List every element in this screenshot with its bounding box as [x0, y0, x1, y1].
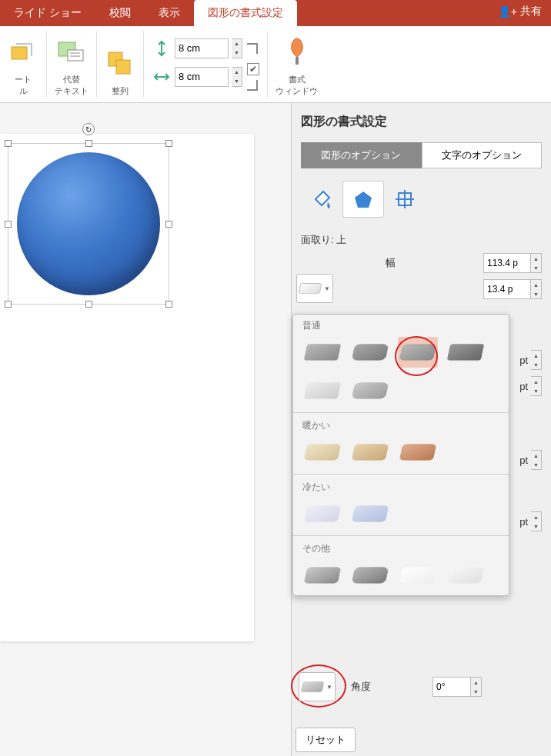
- width-input[interactable]: [175, 67, 229, 87]
- bracket-icon: [247, 43, 258, 54]
- tab-shape-format[interactable]: 図形の書式設定: [194, 0, 297, 26]
- alt-text-icon: [56, 34, 87, 71]
- tab-shape-options[interactable]: 図形のオプション: [301, 142, 422, 168]
- ribbon-toolbar: ート ル 代替 テキスト 整列 ▲▼ ▲▼ ✔: [0, 26, 551, 103]
- arrange-icon: [105, 45, 135, 82]
- bevel-preset-cool-1[interactable]: [302, 498, 342, 529]
- reset-button[interactable]: リセット: [296, 728, 356, 752]
- tab-effects[interactable]: [342, 181, 384, 218]
- size-props-icon: [394, 188, 416, 210]
- popup-section-cool: 冷たい: [302, 481, 499, 494]
- bevel-preset-normal-2[interactable]: [350, 337, 390, 368]
- angle-input[interactable]: [432, 677, 471, 697]
- group-arrange[interactable]: 整列: [97, 31, 144, 98]
- height-spinner[interactable]: ▲▼: [232, 38, 242, 58]
- bevel-preset-warm-1[interactable]: [302, 437, 342, 468]
- bracket-icon: [247, 80, 258, 91]
- popup-section-normal: 普通: [302, 319, 499, 332]
- sphere-shape[interactable]: [17, 152, 160, 295]
- group-wordart[interactable]: ート ル: [0, 31, 47, 98]
- bevel-preset-normal-3[interactable]: [398, 337, 438, 368]
- resize-handle-sw[interactable]: [5, 301, 12, 308]
- material-preset-area: ▼ 角度 ▲▼: [299, 672, 482, 701]
- chevron-down-icon: ▼: [324, 285, 330, 292]
- unit-pt: pt: [519, 381, 528, 392]
- group-format-window[interactable]: 書式 ウィンドウ: [268, 31, 326, 98]
- width-icon: [152, 68, 172, 85]
- pentagon-icon: [353, 189, 373, 209]
- chevron-down-icon: ▼: [326, 684, 332, 691]
- bevel-width-input[interactable]: [483, 253, 531, 273]
- tab-view[interactable]: 表示: [145, 0, 194, 26]
- bevel-preset-cool-2[interactable]: [350, 498, 390, 529]
- bevel-preset-warm-2[interactable]: [350, 437, 390, 468]
- share-label: 共有: [520, 5, 542, 18]
- bevel-width-spinner[interactable]: ▲▼: [531, 253, 542, 273]
- bevel-top-preset-button[interactable]: ▼: [296, 274, 333, 303]
- section-bevel-top: 面取り: 上: [301, 233, 542, 247]
- bevel-preset-normal-4[interactable]: [446, 337, 486, 368]
- canvas-area[interactable]: ↻: [0, 103, 291, 756]
- bevel-preset-popup: 普通 暖かい 冷たい その他: [292, 314, 509, 596]
- resize-handle-e[interactable]: [165, 221, 172, 228]
- resize-handle-ne[interactable]: [165, 140, 172, 147]
- height-icon: [152, 40, 172, 57]
- slide[interactable]: ↻: [0, 134, 254, 641]
- bevel-preset-other-4[interactable]: [446, 560, 486, 591]
- svg-marker-10: [355, 191, 372, 208]
- tab-slideshow[interactable]: ライド ショー: [0, 0, 95, 26]
- option-tabs: 図形のオプション 文字のオプション: [301, 142, 542, 168]
- arrange-label: 整列: [112, 85, 129, 96]
- rotate-handle[interactable]: ↻: [82, 123, 95, 135]
- pane-title: 図形の書式設定: [301, 114, 542, 130]
- material-preset-button[interactable]: ▼: [299, 672, 336, 701]
- spinner[interactable]: ▲▼: [531, 511, 542, 531]
- bevel-preset-normal-1[interactable]: [302, 337, 342, 368]
- label-width: 幅: [386, 256, 396, 270]
- bevel-height-spinner[interactable]: ▲▼: [531, 279, 542, 299]
- wordart-icon: [8, 34, 38, 71]
- format-category-tabs: [301, 181, 542, 218]
- spinner-up-icon[interactable]: ▲: [232, 39, 242, 48]
- tab-review[interactable]: 校閲: [95, 0, 145, 26]
- resize-handle-s[interactable]: [85, 301, 92, 308]
- format-window-label: 書式 ウィンドウ: [276, 74, 318, 96]
- bevel-height-input[interactable]: [483, 279, 531, 299]
- alt-text-label: 代替 テキスト: [55, 74, 88, 96]
- lock-aspect-checkbox[interactable]: ✔: [247, 63, 259, 75]
- width-spinner[interactable]: ▲▼: [232, 67, 242, 87]
- ribbon-tab-bar: ライド ショー 校閲 表示 図形の書式設定 👤+ 共有: [0, 0, 551, 26]
- svg-rect-9: [296, 57, 299, 65]
- bevel-preset-normal-6[interactable]: [350, 375, 390, 406]
- spinner[interactable]: ▲▼: [531, 450, 542, 470]
- angle-spinner[interactable]: ▲▼: [471, 677, 482, 697]
- unit-pt: pt: [519, 455, 528, 466]
- bevel-preset-other-2[interactable]: [350, 560, 390, 591]
- spinner-up-icon[interactable]: ▲: [232, 68, 242, 77]
- bevel-preset-warm-3[interactable]: [398, 437, 438, 468]
- share-icon: 👤+: [498, 5, 517, 18]
- resize-handle-se[interactable]: [165, 301, 172, 308]
- bevel-preset-other-3[interactable]: [398, 560, 438, 591]
- resize-handle-n[interactable]: [85, 140, 92, 147]
- label-angle: 角度: [351, 680, 371, 694]
- spinner-down-icon[interactable]: ▼: [232, 77, 242, 86]
- tab-text-options[interactable]: 文字のオプション: [422, 142, 543, 168]
- unit-pt: pt: [519, 355, 528, 366]
- height-input[interactable]: [175, 38, 229, 58]
- paint-bucket-icon: [311, 188, 332, 210]
- svg-rect-2: [68, 50, 83, 61]
- resize-handle-nw[interactable]: [5, 140, 12, 147]
- resize-handle-w[interactable]: [5, 221, 12, 228]
- shape-selection[interactable]: ↻: [8, 143, 169, 305]
- bevel-preset-normal-5[interactable]: [302, 375, 342, 406]
- share-button[interactable]: 👤+ 共有: [498, 5, 542, 18]
- bevel-preset-other-1[interactable]: [302, 560, 342, 591]
- tab-fill-line[interactable]: [301, 181, 342, 218]
- tab-size-props[interactable]: [384, 181, 426, 218]
- popup-section-other: その他: [302, 542, 499, 555]
- spinner-down-icon[interactable]: ▼: [232, 48, 242, 58]
- spinner[interactable]: ▲▼: [531, 350, 542, 370]
- spinner[interactable]: ▲▼: [531, 376, 542, 396]
- group-alt-text[interactable]: 代替 テキスト: [47, 31, 97, 98]
